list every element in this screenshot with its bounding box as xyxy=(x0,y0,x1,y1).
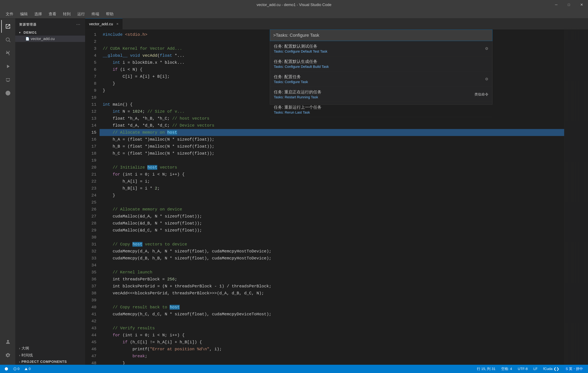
command-item-3[interactable]: 任务: 配置任务 Tasks: Configure Task ⚙ xyxy=(270,71,492,87)
line-ending-label: LF xyxy=(534,367,538,371)
command-item-1-title: 任务: 配置默认测试任务 xyxy=(274,43,327,49)
command-item-1-subtitle: Tasks: Configure Default Test Task xyxy=(274,50,327,53)
command-item-4[interactable]: 任务: 重启正在运行的任务 Tasks: Restart Running Tas… xyxy=(270,87,492,102)
tab-vector-add[interactable]: vector_add.cu ✕ xyxy=(85,19,123,29)
gear-icon-3[interactable]: ⚙ xyxy=(485,77,488,81)
error-count: 0 xyxy=(18,367,19,371)
code-line-36: int threadsPerBlock = 256; xyxy=(100,276,564,283)
command-item-5-left: 任务: 重新运行上一个任务 Tasks: Rerun Last Task xyxy=(274,104,322,115)
folder-demo1[interactable]: ▾ DEMO1 xyxy=(15,30,85,36)
code-line-32: cudaMemcpy(d_A, h_A, N * sizeof(float), … xyxy=(100,248,564,255)
minimap-content xyxy=(564,30,588,365)
title-bar: vector_add.cu - demo1 - Visual Studio Co… xyxy=(0,0,588,10)
menu-goto[interactable]: 转到 xyxy=(60,10,73,18)
status-line-ending[interactable]: LF xyxy=(532,366,539,372)
tab-close[interactable]: ✕ xyxy=(116,22,119,26)
code-line-23: h_B[i] = i * 2; xyxy=(100,185,564,192)
tab-bar: vector_add.cu ✕ xyxy=(85,19,588,30)
error-icon xyxy=(13,367,17,371)
code-line-46: printf("Error at position %d\n", i); xyxy=(100,346,564,353)
status-ime[interactable]: S 英・拼中 xyxy=(564,366,585,372)
sidebar-outline[interactable]: › 大纲 xyxy=(15,345,85,352)
file-name: vector_add.cu xyxy=(31,37,55,41)
activity-bottom xyxy=(1,335,14,365)
command-item-1[interactable]: 任务: 配置默认测试任务 Tasks: Configure Default Te… xyxy=(270,41,492,56)
code-line-48: } xyxy=(100,360,564,365)
activity-run-debug[interactable] xyxy=(1,60,14,73)
status-bar-left: 0 0 xyxy=(3,366,32,372)
ime-label: S 英・拼中 xyxy=(566,366,583,371)
activity-bar xyxy=(0,19,15,365)
status-remote[interactable] xyxy=(3,366,10,371)
code-line-19 xyxy=(100,157,564,164)
command-item-2-left: 任务: 配置默认生成任务 Tasks: Configure Default Bu… xyxy=(274,59,329,69)
menu-file[interactable]: 文件 xyxy=(3,10,16,18)
maximize-button[interactable]: □ xyxy=(563,0,575,10)
command-item-3-right: ⚙ xyxy=(485,77,488,81)
code-line-31: // Copy host vectors to device xyxy=(100,241,564,248)
status-bar: 0 0 行 15, 列 31 空格: 4 UTF-8 LF fCuda ❮❯ S… xyxy=(0,365,588,373)
sidebar-header: 资源管理器 ··· xyxy=(15,19,85,29)
command-results: 任务: 配置默认测试任务 Tasks: Configure Default Te… xyxy=(270,41,493,104)
command-palette: 任务: 配置默认测试任务 Tasks: Configure Default Te… xyxy=(270,30,493,104)
menu-run[interactable]: 运行 xyxy=(75,10,87,18)
status-bar-right: 行 15, 列 31 空格: 4 UTF-8 LF fCuda ❮❯ S 英・拼… xyxy=(476,366,585,372)
warning-icon xyxy=(24,367,28,371)
code-line-44: for (int i = 0; i < N; i++) { xyxy=(100,332,564,339)
close-button[interactable]: ✕ xyxy=(575,0,588,10)
code-line-16: h_A = (float *)malloc(N * sizeof(float))… xyxy=(100,136,564,143)
sidebar-title: 资源管理器 xyxy=(19,22,37,27)
code-line-26: // Allocate memory on device xyxy=(100,206,564,213)
code-line-18: h_C = (float *)malloc(N * sizeof(float))… xyxy=(100,150,564,157)
sidebar-spacer xyxy=(15,43,85,345)
status-cursor[interactable]: 行 15, 列 31 xyxy=(476,366,497,372)
code-line-29: cudaMalloc(&d_C, N * sizeof(float)); xyxy=(100,227,564,234)
code-line-27: cudaMalloc(&d_A, N * sizeof(float)); xyxy=(100,213,564,220)
file-icon: 📄 xyxy=(25,37,29,41)
sidebar-more-icon[interactable]: ··· xyxy=(75,22,81,27)
folder-name: DEMO1 xyxy=(23,30,37,35)
activity-remote[interactable] xyxy=(1,87,14,100)
command-item-5[interactable]: 任务: 重新运行上一个任务 Tasks: Rerun Last Task xyxy=(270,102,492,117)
activity-extensions[interactable] xyxy=(1,73,14,86)
menu-edit[interactable]: 编辑 xyxy=(18,10,30,18)
sidebar-timeline[interactable]: › 时间线 xyxy=(15,352,85,359)
code-line-41: cudaMemcpy(h_C, d_C, N * sizeof(float), … xyxy=(100,311,564,318)
activity-search[interactable] xyxy=(1,33,14,46)
svg-line-1 xyxy=(9,41,10,42)
menu-select[interactable]: 选择 xyxy=(32,10,44,18)
status-language[interactable]: fCuda ❮❯ xyxy=(542,366,560,372)
code-line-22: h_A[i] = i; xyxy=(100,178,564,185)
code-line-37: int blocksPerGrid = (N + threadsPerBlock… xyxy=(100,283,564,290)
sidebar-header-icons: ··· xyxy=(75,22,81,27)
activity-explorer[interactable] xyxy=(1,20,14,33)
status-warnings[interactable]: 0 xyxy=(23,366,32,372)
sidebar-project-components[interactable]: › PROJECT COMPONENTS xyxy=(15,359,85,365)
command-item-2-subtitle: Tasks: Configure Default Build Task xyxy=(274,65,329,69)
file-vector-add[interactable]: 📄 vector_add.cu xyxy=(15,36,85,42)
minimap xyxy=(564,30,588,365)
minimize-button[interactable]: ─ xyxy=(550,0,563,10)
activity-account[interactable] xyxy=(1,335,14,348)
menu-terminal[interactable]: 终端 xyxy=(89,10,102,18)
indent-label: 空格: 4 xyxy=(501,366,512,371)
code-line-45: if (h_C[i] != h_A[i] + h_B[i]) { xyxy=(100,339,564,346)
activity-settings[interactable] xyxy=(1,349,14,362)
code-line-39 xyxy=(100,297,564,304)
code-line-28: cudaMalloc(&d_B, N * sizeof(float)); xyxy=(100,220,564,227)
status-indent[interactable]: 空格: 4 xyxy=(500,366,513,372)
command-input[interactable] xyxy=(273,33,489,38)
menu-view[interactable]: 查看 xyxy=(46,10,59,18)
command-item-2[interactable]: 任务: 配置默认生成任务 Tasks: Configure Default Bu… xyxy=(270,56,492,71)
status-errors[interactable]: 0 xyxy=(12,366,21,372)
command-item-3-subtitle: Tasks: Configure Task xyxy=(274,80,308,84)
activity-source-control[interactable] xyxy=(1,47,14,60)
command-item-1-right: ⚙ xyxy=(485,46,488,51)
warning-count: 0 xyxy=(29,367,31,371)
timeline-label: 时间线 xyxy=(21,353,33,358)
menu-help[interactable]: 帮助 xyxy=(103,10,116,18)
gear-icon-1[interactable]: ⚙ xyxy=(485,46,488,51)
svg-point-2 xyxy=(7,340,9,342)
code-line-47: break; xyxy=(100,353,564,360)
status-encoding[interactable]: UTF-8 xyxy=(516,366,529,372)
